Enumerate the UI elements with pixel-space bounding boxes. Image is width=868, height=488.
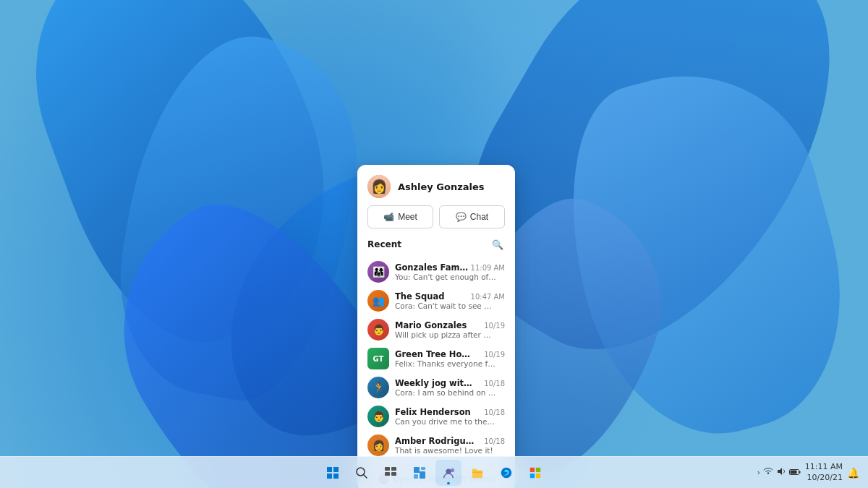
taskbar: ›: [0, 456, 868, 488]
svg-rect-7: [391, 467, 396, 471]
chat-preview: Will pick up pizza after my practice.: [395, 330, 496, 339]
chat-item-info: Weekly jog with Cora 10/18 Cora: I am so…: [395, 378, 505, 397]
notification-icon[interactable]: 🔔: [847, 467, 859, 479]
chat-item-info: Felix Henderson 10/18 Can you drive me t…: [395, 407, 505, 426]
list-item[interactable]: 👥 The Squad 10:47 AM Cora: Can't wait to…: [367, 286, 505, 315]
svg-rect-24: [799, 471, 801, 473]
svg-rect-11: [421, 467, 425, 470]
taskbar-icon-search[interactable]: [349, 460, 375, 486]
avatar: 👥: [367, 290, 389, 312]
chat-time: 10/19: [484, 351, 505, 359]
taskbar-icon-start[interactable]: [320, 460, 346, 486]
avatar: GT: [367, 348, 389, 369]
taskbar-icon-explorer[interactable]: [464, 460, 490, 486]
taskbar-center: [320, 460, 548, 486]
svg-rect-17: [472, 468, 477, 471]
avatar: 👨‍👩‍👧: [367, 261, 389, 283]
list-item[interactable]: 👨‍👩‍👧 Gonzales Family 11:09 AM You: Can'…: [367, 257, 505, 286]
taskbar-icon-chat[interactable]: [435, 460, 461, 486]
chat-preview: Cora: Can't wait to see everyone!: [395, 301, 496, 310]
chat-name: Felix Henderson: [395, 407, 471, 417]
systray: ›: [757, 466, 801, 479]
video-icon: 📹: [383, 212, 394, 222]
chat-preview: Felix: Thanks everyone for attending tod…: [395, 359, 496, 368]
recent-header: Recent 🔍: [367, 237, 505, 252]
avatar-image: 👩: [367, 175, 391, 198]
chat-time: 10/19: [484, 322, 505, 330]
taskbar-right: ›: [757, 462, 859, 483]
meet-button[interactable]: 📹 Meet: [367, 205, 433, 228]
chat-name: Green Tree House PTA: [395, 349, 475, 359]
taskbar-icon-taskview[interactable]: [378, 460, 404, 486]
chat-item-info: Green Tree House PTA 10/19 Felix: Thanks…: [395, 349, 505, 368]
chat-name: The Squad: [395, 291, 445, 301]
svg-rect-3: [333, 474, 339, 479]
svg-rect-13: [420, 471, 425, 479]
recent-section: Recent 🔍 👨‍👩‍👧 Gonzales Family 11:09 AM …: [357, 237, 515, 466]
svg-rect-20: [530, 473, 535, 477]
chat-time: 10/18: [484, 408, 505, 416]
recent-label: Recent: [367, 239, 401, 249]
search-icon[interactable]: 🔍: [490, 237, 505, 252]
chevron-icon[interactable]: ›: [757, 468, 760, 476]
avatar: 🏃: [367, 377, 389, 398]
chat-panel: 👩 Ashley Gonzales 📹 Meet 💬 Chat Recent 🔍…: [357, 165, 515, 488]
svg-rect-6: [385, 467, 390, 471]
avatar: 👩: [367, 435, 389, 456]
time-display: 11:11 AM: [805, 462, 843, 472]
chat-item-info: Amber Rodriguez 10/18 That is awesome! L…: [395, 436, 505, 455]
list-item[interactable]: 👩 Amber Rodriguez 10/18 That is awesome!…: [367, 431, 505, 460]
date-display: 10/20/21: [805, 473, 843, 483]
chat-item-info: Mario Gonzales 10/19 Will pick up pizza …: [395, 320, 505, 339]
chat-name: Mario Gonzales: [395, 320, 467, 330]
svg-rect-2: [327, 474, 332, 479]
svg-rect-18: [530, 467, 535, 471]
list-item[interactable]: 👨 Felix Henderson 10/18 Can you drive me…: [367, 402, 505, 431]
datetime[interactable]: 11:11 AM 10/20/21: [805, 462, 843, 483]
list-item[interactable]: GT Green Tree House PTA 10/19 Felix: Tha…: [367, 344, 505, 373]
chat-item-info: Gonzales Family 11:09 AM You: Can't get …: [395, 262, 505, 281]
svg-rect-0: [327, 467, 332, 472]
svg-rect-25: [790, 470, 796, 474]
list-item[interactable]: 🏃 Weekly jog with Cora 10/18 Cora: I am …: [367, 373, 505, 402]
avatar: 👨: [367, 319, 389, 341]
chat-name: Weekly jog with Cora: [395, 378, 475, 388]
svg-rect-9: [391, 472, 396, 476]
avatar: 👩: [367, 175, 391, 198]
chat-name: Gonzales Family: [395, 262, 471, 273]
action-buttons: 📹 Meet 💬 Chat: [357, 205, 515, 237]
chat-preview: You: Can't get enough of her.: [395, 273, 496, 281]
svg-rect-8: [385, 472, 390, 476]
chat-label: Chat: [470, 212, 488, 222]
meet-label: Meet: [398, 212, 417, 222]
svg-rect-10: [414, 467, 420, 473]
svg-point-15: [451, 468, 454, 471]
chat-time: 11:09 AM: [471, 264, 505, 272]
wifi-icon[interactable]: [763, 466, 773, 479]
svg-line-5: [364, 474, 367, 478]
chat-time: 10:47 AM: [471, 293, 505, 301]
chat-icon: 💬: [456, 212, 467, 222]
list-item[interactable]: 👨 Mario Gonzales 10/19 Will pick up pizz…: [367, 315, 505, 344]
chat-name: Amber Rodriguez: [395, 436, 475, 446]
svg-marker-22: [778, 468, 782, 475]
taskbar-icon-edge[interactable]: [493, 460, 519, 486]
svg-rect-21: [536, 473, 540, 477]
chat-preview: That is awesome! Love it!: [395, 446, 496, 455]
chat-preview: Cora: I am so behind on my step goals.: [395, 388, 496, 397]
avatar: 👨: [367, 406, 389, 427]
chat-time: 10/18: [484, 437, 505, 445]
svg-rect-19: [536, 467, 540, 471]
taskbar-icon-store[interactable]: [522, 460, 548, 486]
svg-rect-1: [333, 467, 339, 472]
contact-name: Ashley Gonzales: [398, 181, 485, 192]
volume-icon[interactable]: [776, 466, 786, 479]
taskbar-icon-widgets[interactable]: [407, 460, 433, 486]
chat-button[interactable]: 💬 Chat: [439, 205, 505, 228]
chat-panel-header: 👩 Ashley Gonzales: [357, 165, 515, 205]
svg-rect-12: [414, 474, 418, 479]
chat-preview: Can you drive me to the PTA today?: [395, 417, 496, 426]
chat-time: 10/18: [484, 380, 505, 388]
battery-icon[interactable]: [789, 468, 801, 478]
chat-item-info: The Squad 10:47 AM Cora: Can't wait to s…: [395, 291, 505, 310]
